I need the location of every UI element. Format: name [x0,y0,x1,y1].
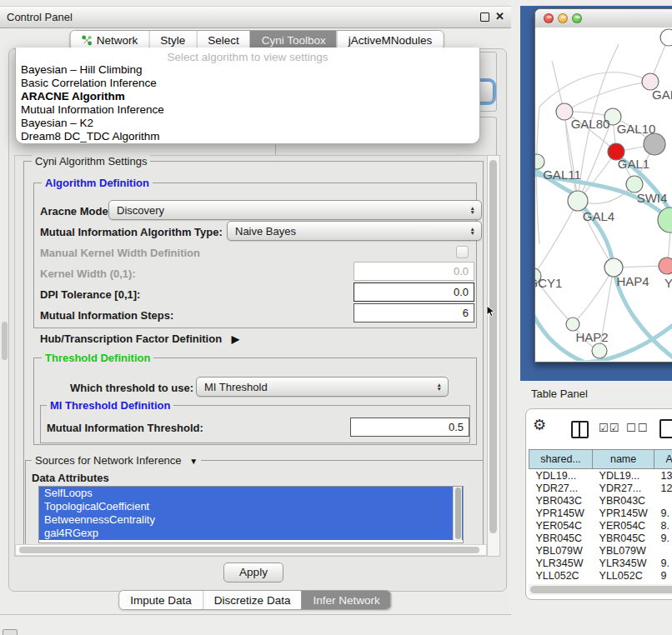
table-cell[interactable]: YPR145W [593,507,654,519]
select-all-checkboxes-icon[interactable]: ☑☑ [599,422,619,434]
network-node-gray-node[interactable] [644,133,665,155]
table-cell[interactable]: YDR27... [593,482,654,494]
hub-definition-toggle[interactable]: Hub/Transcription Factor Definition ▶ [40,332,239,345]
manual-kernel-checkbox[interactable] [456,246,469,258]
table-cell[interactable]: YBL079W [593,544,654,557]
node-attribute-table[interactable]: shared...nameA YDL19...YDL19...13YDR27..… [529,449,672,582]
column-header-1[interactable]: shared... [529,450,593,469]
minimized-panel-icon[interactable] [3,629,18,635]
column-header-3[interactable]: A [654,450,672,469]
scrollbar-thumb[interactable] [455,488,461,539]
mi-type-select[interactable]: Naive Bayes ▲▼ [227,221,482,241]
table-row[interactable]: YLL052CYLL052C9 [529,569,672,582]
attribute-list-item[interactable]: TopologicalCoefficient [39,500,463,513]
table-row[interactable]: YBR043CYBR043C [529,494,672,507]
table-cell[interactable]: YLL052C [529,569,593,582]
network-node-top-partial[interactable] [660,29,672,46]
sources-toggle[interactable]: Sources for Network Inference ▼ [32,454,201,467]
dropdown-item[interactable]: Bayesian – Hill Climbing [16,63,479,77]
table-cell[interactable]: YBL079W [529,544,593,557]
tab-select[interactable]: Select [196,31,250,49]
table-cell[interactable]: YLR345W [593,557,654,569]
settings-horizontal-scrollbar[interactable] [15,544,487,556]
table-cell[interactable] [654,494,672,507]
bottom-tab-infer-network[interactable]: Infer Network [301,591,390,609]
left-scrollbar-thumb[interactable] [2,322,8,360]
minimize-traffic-light-icon[interactable] [558,13,568,23]
table-horizontal-scrollbar[interactable] [529,584,672,595]
table-cell[interactable]: YLR345W [529,557,593,569]
dropdown-item[interactable]: ARACNE Algorithm [16,90,479,103]
dropdown-item[interactable]: Bayesian – K2 [16,117,479,130]
kernel-width-input[interactable]: 0.0 [354,262,474,281]
tab-style[interactable]: Style [148,31,196,49]
table-row[interactable]: YBL079WYBL079W [529,544,672,557]
table-cell[interactable]: YLL052C [593,569,654,582]
network-window-titlebar[interactable] [535,9,672,28]
float-window-icon[interactable] [480,12,489,22]
table-cell[interactable]: YDR27... [529,482,593,494]
deselect-all-checkboxes-icon[interactable]: ☐☐ [626,422,649,434]
table-body[interactable]: YDL19...YDL19...13YDR27...YDR27...12YBR0… [529,469,672,582]
table-row[interactable]: YLR345WYLR345W9. [529,557,672,569]
attribute-list-item[interactable]: gal4RGexp [39,527,463,540]
network-node-gal4[interactable] [568,191,588,211]
table-cell[interactable]: YDL19... [529,469,593,482]
table-row[interactable]: YPR145WYPR145W9. [529,507,672,519]
zoom-traffic-light-icon[interactable] [572,13,582,23]
scrollbar-thumb[interactable] [489,160,497,533]
dropdown-item[interactable]: Dream8 DC_TDC Algorithm [16,130,479,143]
scrollbar-thumb[interactable] [19,547,479,553]
tab-cyni-toolbox[interactable]: Cyni Toolbox [250,31,337,49]
network-node-salmon-node[interactable] [659,258,672,274]
table-row[interactable]: YDL19...YDL19...13 [529,469,672,482]
collapsed-arrow-icon[interactable]: ▶ [232,333,239,345]
network-node-swi4[interactable] [626,176,643,192]
apply-button[interactable]: Apply [223,562,283,582]
dropdown-item[interactable]: Mutual Information Inference [16,103,479,117]
data-attributes-list[interactable]: SelfLoopsTopologicalCoefficientBetweenne… [38,486,464,543]
tab-network[interactable]: Network [71,31,149,49]
table-cell[interactable]: 8. [654,519,672,532]
bottom-tab-impute-data[interactable]: Impute Data [119,591,203,609]
columns-icon[interactable] [571,421,589,438]
table-cell[interactable]: YER054C [593,519,654,532]
which-threshold-select[interactable]: MI Threshold ▲▼ [196,377,449,397]
table-cell[interactable]: YBR045C [529,532,593,544]
column-header-2[interactable]: name [593,450,654,469]
close-icon[interactable]: ✕ [495,10,504,22]
network-node-hap2[interactable] [566,318,579,331]
dpi-tolerance-input[interactable]: 0.0 [354,282,474,302]
tab-jactivemnodules[interactable]: jActiveMNodules [337,31,444,49]
network-canvas[interactable]: GALGAL80GAL10GAL1GAL11SWI4GAL4GCY1HAP4YH… [535,28,672,361]
table-cell[interactable]: YER054C [529,519,593,532]
table-row[interactable]: YBR045CYBR045C9. [529,532,672,544]
table-cell[interactable]: YDL19... [593,469,654,482]
table-cell[interactable]: 9. [654,532,672,544]
settings-vertical-scrollbar[interactable] [487,155,500,557]
table-cell[interactable]: YBR043C [529,494,593,507]
dropdown-item[interactable]: Basic Correlation Inference [16,77,479,90]
table-cell[interactable]: 9. [654,507,672,519]
table-cell[interactable]: YBR043C [593,494,654,507]
aracne-mode-select[interactable]: Discovery ▲▼ [108,200,482,220]
table-cell[interactable]: 13 [654,469,672,482]
table-cell[interactable]: 9 [654,569,672,582]
table-cell[interactable]: 12 [654,482,672,494]
table-cell[interactable]: YBR045C [593,532,654,544]
table-header-row[interactable]: shared...nameA [529,450,672,469]
table-cell[interactable]: YPR145W [529,507,593,519]
mi-threshold-input[interactable]: 0.5 [350,418,469,437]
attribute-list-item[interactable]: SelfLoops [39,487,463,500]
close-traffic-light-icon[interactable] [544,13,554,23]
export-table-icon[interactable] [659,419,672,438]
table-cell[interactable]: 9. [654,557,672,569]
table-row[interactable]: YDR27...YDR27...12 [529,482,672,494]
network-node-bottom-node[interactable] [592,343,607,358]
gear-icon[interactable]: ⚙ [533,416,546,434]
mi-steps-input[interactable]: 6 [354,303,474,322]
scrollbar-thumb[interactable] [530,586,672,593]
attributes-scrollbar[interactable] [453,487,462,541]
table-row[interactable]: YER054CYER054C8. [529,519,672,532]
attribute-list-item[interactable]: BetweennessCentrality [39,513,463,527]
